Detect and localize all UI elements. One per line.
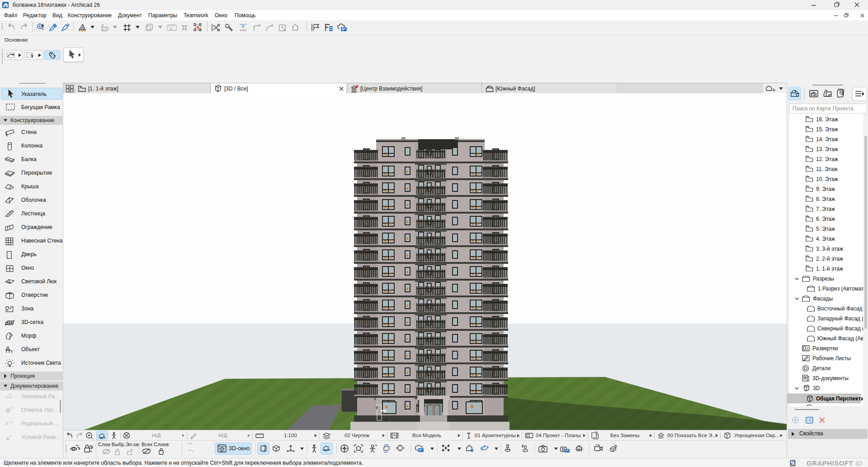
svg-text:12: 12 bbox=[169, 27, 173, 30]
svg-text:XY: XY bbox=[103, 28, 106, 31]
svg-text:y: y bbox=[376, 404, 378, 410]
svg-text:1.2: 1.2 bbox=[9, 406, 14, 409]
svg-text:x: x bbox=[385, 416, 388, 422]
svg-text:α: α bbox=[10, 434, 12, 437]
svg-text:x: x bbox=[384, 409, 387, 414]
svg-text:y: y bbox=[376, 413, 378, 418]
svg-text:z: z bbox=[374, 396, 377, 401]
svg-text:1.2: 1.2 bbox=[8, 393, 12, 396]
svg-text:1.2: 1.2 bbox=[9, 421, 13, 424]
